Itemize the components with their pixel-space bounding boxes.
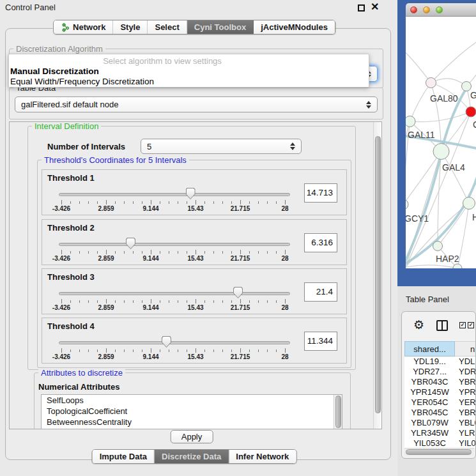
table-row[interactable]: YIL053CYIL0 <box>404 438 476 448</box>
tab-infer-network[interactable]: Infer Network <box>229 450 296 463</box>
checkbox-icon[interactable]: ✓ <box>459 322 466 328</box>
slider-ticks <box>42 348 346 353</box>
algorithm-dropdown-popup: Select algorithm to view settings Manual… <box>8 54 369 88</box>
tab-jactivemnodules[interactable]: jActiveMNodules <box>254 20 335 34</box>
network-node[interactable] <box>433 242 443 251</box>
threshold-3-slider-thumb[interactable] <box>233 287 243 298</box>
attributes-title: Attributes to discretize <box>38 368 125 378</box>
minimize-traffic-light-icon[interactable] <box>423 6 430 13</box>
network-edge[interactable] <box>438 203 469 246</box>
network-node[interactable] <box>426 78 436 88</box>
cell[interactable]: YBR045C <box>404 408 455 418</box>
threshold-3-slider-track[interactable] <box>59 292 290 295</box>
tab-style[interactable]: Style <box>113 20 148 34</box>
cell[interactable]: YIL053C <box>404 438 455 448</box>
table-row[interactable]: YPR145WYPR1 <box>404 387 476 397</box>
table-row[interactable]: YBR043CYBR0 <box>404 377 476 387</box>
list-item[interactable]: SelfLoops <box>42 395 342 406</box>
cell[interactable]: YDR27... <box>404 367 455 377</box>
network-edge[interactable] <box>441 151 470 203</box>
network-node[interactable] <box>463 197 475 210</box>
threshold-4-value-field[interactable]: 11.344 <box>304 332 337 351</box>
cell[interactable]: YLR3 <box>455 428 476 438</box>
cell[interactable]: YLR345W <box>404 428 455 438</box>
list-item[interactable]: TopologicalCoefficient <box>42 406 342 417</box>
tab-impute-data[interactable]: Impute Data <box>93 450 155 463</box>
cell[interactable]: YBR0 <box>455 408 476 418</box>
list-item[interactable]: BetweennessCentrality <box>42 417 342 427</box>
scrollbar-thumb[interactable] <box>375 136 381 413</box>
network-node[interactable] <box>433 144 449 160</box>
network-node[interactable] <box>466 107 476 117</box>
tab-cyni-toolbox-label: Cyni Toolbox <box>194 22 246 32</box>
threshold-4-slider-track[interactable] <box>59 341 290 344</box>
table-row[interactable]: YER054CYER0 <box>404 397 476 408</box>
table-panel-title: Table Panel <box>406 295 449 304</box>
cell[interactable]: YDL19... <box>404 357 455 367</box>
algorithm-option-equal-width[interactable]: Equal Width/Frequency Discretization <box>10 77 154 86</box>
close-icon[interactable]: ✕ <box>371 1 379 13</box>
network-node-label: GAL11 <box>408 130 435 140</box>
zoom-traffic-light-icon[interactable] <box>436 6 443 13</box>
network-canvas[interactable]: GAL80GACGAL11GAL4GCY1HHAP2 <box>406 17 476 268</box>
network-graph: GAL80GACGAL11GAL4GCY1HHAP2 <box>406 17 476 268</box>
cell[interactable]: YPR145W <box>404 387 455 397</box>
cell[interactable]: YPR1 <box>455 387 476 397</box>
threshold-2-value-field[interactable]: 6.316 <box>304 233 337 252</box>
cell[interactable]: YBL0 <box>455 418 476 428</box>
cell[interactable]: YER054C <box>404 397 455 408</box>
table-data-combobox[interactable]: galFiltered.sif default node <box>15 96 378 112</box>
tab-network[interactable]: Network <box>54 20 113 34</box>
tab-infer-network-label: Infer Network <box>236 452 289 461</box>
gear-icon[interactable]: ⚙ <box>413 318 424 332</box>
threshold-1-slider-thumb[interactable] <box>186 188 196 199</box>
table-row[interactable]: YBL079WYBL0 <box>404 418 476 428</box>
threshold-2-slider-track[interactable] <box>59 243 290 246</box>
table-panel: ⚙ ✓ ✓ shared... n YDL19...YDL1 YDR27...Y… <box>401 311 476 459</box>
num-intervals-label: Number of Intervals <box>47 142 125 151</box>
network-icon <box>61 23 70 32</box>
cell[interactable]: YDR2 <box>455 367 476 377</box>
cell[interactable]: YDL1 <box>455 357 476 367</box>
threshold-4-slider-thumb[interactable] <box>162 336 171 348</box>
tab-discretize-data[interactable]: Discretize Data <box>155 450 229 463</box>
table-horizontal-scrollbar[interactable] <box>404 448 474 456</box>
network-window-titlebar[interactable] <box>406 3 476 17</box>
close-traffic-light-icon[interactable] <box>410 6 417 13</box>
threshold-1-value-field[interactable]: 14.713 <box>304 183 337 203</box>
cell[interactable]: YBR043C <box>404 377 455 387</box>
network-edge[interactable] <box>406 265 457 268</box>
control-panel-title: Control Panel <box>5 3 56 12</box>
list-scrollbar[interactable] <box>334 395 342 429</box>
scrollbar-thumb[interactable] <box>406 449 472 455</box>
network-node[interactable] <box>406 116 415 127</box>
table-row[interactable]: YLR345WYLR3 <box>404 428 476 438</box>
threshold-2-slider-thumb[interactable] <box>126 238 135 249</box>
cell[interactable]: YER0 <box>455 397 476 408</box>
table-row[interactable]: YDL19...YDL1 <box>404 357 476 367</box>
column-header-shared-name[interactable]: shared... <box>404 341 455 357</box>
tab-cyni-toolbox[interactable]: Cyni Toolbox <box>187 20 254 34</box>
threshold-3-value-field[interactable]: 21.4 <box>304 282 337 302</box>
cell[interactable]: YBR0 <box>455 377 476 387</box>
column-header-name[interactable]: n <box>455 341 476 357</box>
tab-select[interactable]: Select <box>148 20 187 34</box>
table-row[interactable]: YDR27...YDR2 <box>404 367 476 377</box>
network-edge[interactable] <box>410 83 431 122</box>
table-data-value: galFiltered.sif default node <box>21 100 118 109</box>
split-columns-icon[interactable] <box>436 320 448 331</box>
algorithm-option-manual[interactable]: Manual Discretization <box>10 66 99 76</box>
settings-scrollbar[interactable] <box>373 122 381 429</box>
cell[interactable]: YBL079W <box>404 418 455 428</box>
network-edge[interactable] <box>431 33 476 83</box>
network-edge[interactable] <box>410 112 472 122</box>
threshold-1-slider-track[interactable] <box>59 193 290 196</box>
checkbox-icon[interactable]: ✓ <box>468 322 474 328</box>
table-row[interactable]: YBR045CYBR0 <box>404 408 476 418</box>
float-window-icon[interactable] <box>358 4 365 12</box>
network-node[interactable] <box>406 199 408 210</box>
num-intervals-combobox[interactable]: 5 <box>141 139 302 154</box>
network-edge[interactable] <box>406 45 431 83</box>
apply-button[interactable]: Apply <box>171 430 213 443</box>
cell[interactable]: YIL0 <box>455 438 476 448</box>
